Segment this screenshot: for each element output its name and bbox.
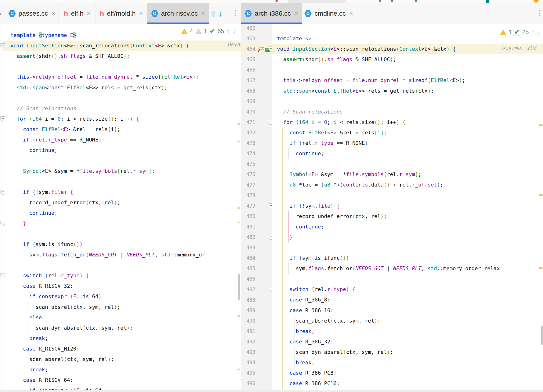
tab-elf-mold-h[interactable]: helf/mold.h× [96,3,147,24]
code-line-473[interactable]: if (rel.r_type == R_NONE) [277,138,543,148]
tab-passes-cc[interactable]: Cpasses.cc× [5,3,59,24]
code-line-478[interactable]: if (!sym.file) { [11,187,238,197]
code-line-496[interactable]: case R_386_PC16: [277,378,543,389]
tab-close-icon[interactable]: × [349,10,353,17]
code-line-479[interactable]: record_undef_error(ctx, rel); [11,197,238,208]
stripe-change-mark[interactable] [238,141,240,142]
code-line-492[interactable]: break; [11,333,238,344]
right-tab-options-icon[interactable]: ⋮ [536,9,543,17]
code-line-487[interactable]: case R_RISCV_32: [11,281,238,291]
code-line-465[interactable]: assert(shdr().sh_flags & SHF_ALLOC); [277,54,543,65]
stripe-change-mark[interactable] [238,123,240,125]
prev-problem-arrow-icon[interactable]: ↑ [226,27,230,35]
code-line-491[interactable]: scan_dyn_absrel(ctx, sym, rel); [11,323,238,333]
code-line-471[interactable]: for (i64 i = 0; i < rels.size(); i++) { [11,114,238,124]
editor-right-arch-i386[interactable]: template <>void InputSection<E>::scan_re… [272,24,543,392]
code-line-477[interactable]: u8 *loc = (u8 *)(contents.data() + rel.r… [277,180,543,190]
code-line-478[interactable] [277,190,543,201]
code-line-474[interactable]: continue; [11,145,238,155]
tab-elf-h[interactable]: helf.h× [59,3,96,24]
code-line-493[interactable]: case R_RISCV_HI20: [11,344,238,354]
code-line-481[interactable]: continue; [277,222,543,232]
tab-close-icon[interactable]: × [51,10,55,17]
code-line-494[interactable]: scan_absrel(ctx, sym, rel); [11,354,238,364]
code-line-487[interactable]: switch (rel.r_type) { [277,284,543,295]
code-line-484[interactable]: if (sym.is_ifunc()) [277,253,543,263]
code-line-486[interactable]: switch (rel.r_type) { [11,270,238,281]
next-problem-arrow-icon[interactable]: ↓ [232,27,236,35]
code-line-476[interactable]: Symbol<E> &sym = *file.symbols[rel.r_sym… [277,169,543,180]
code-line-488[interactable]: case R_386_8: [277,295,543,305]
left-tab-options-icon[interactable]: ⋮ [232,9,239,17]
tab-close-icon[interactable]: × [139,10,143,17]
code-line-473[interactable]: if (rel.r_type == R_NONE) [11,135,238,145]
related-problems-icon[interactable] [258,46,264,52]
code-line-472[interactable]: const ElfRel<E> &rel = rels[i]; [11,124,238,135]
code-line-475[interactable] [11,155,238,166]
code-line-492[interactable]: case R_386_32: [277,336,543,347]
stripe-warning-mark[interactable] [539,194,543,196]
code-line-472[interactable]: const ElfRel<E> &rel = rels[i]; [277,127,543,138]
code-line-491[interactable]: break; [277,326,543,336]
code-line-485[interactable]: sym.flags.fetch_or(NEEDS_GOT | NEEDS_PLT… [277,263,543,274]
code-line-482[interactable] [11,229,238,239]
stripe-change-mark[interactable] [238,222,240,223]
code-line-495[interactable]: break; [11,364,238,375]
code-line-471[interactable]: for (i64 i = 0; i < rels.size(); i++) { [277,117,543,127]
editor-left-arch-riscv[interactable]: template <typename E>void InputSection<E… [0,24,241,392]
code-line-466[interactable] [11,61,238,72]
code-line-476[interactable]: Symbol<E> &sym = *file.symbols[rel.r_sym… [11,166,238,176]
stripe-warning-mark[interactable] [539,267,543,269]
code-line-493[interactable]: scan_dyn_absrel(ctx, sym, rel); [277,347,543,358]
code-line-483[interactable] [277,242,543,253]
inspections-widget[interactable]: ! 1 ✔ 25 ↑ ↓ [500,27,541,37]
code-line-477[interactable] [11,176,238,187]
code-line-467[interactable]: this->reldyn_offset = file.num_dynrel * … [277,75,543,85]
code-line-466[interactable] [277,65,543,75]
code-line-490[interactable]: scan_absrel(ctx, sym, rel); [277,316,543,326]
code-line-488[interactable]: if constexpr (E::is_64) [11,291,238,302]
tab-close-icon[interactable]: × [201,10,205,17]
stripe-warning-mark[interactable] [539,125,543,126]
code-line-486[interactable] [277,274,543,284]
tab-close-icon[interactable]: × [87,10,91,17]
left-scrollbar-thumb[interactable] [238,274,240,300]
code-line-468[interactable]: std::span<const ElfRel<E>> rels = get_re… [11,82,238,93]
code-area[interactable]: template <typename E>void InputSection<E… [0,24,238,392]
code-line-470[interactable]: // Scan relocations [11,103,238,114]
code-line-480[interactable]: record_undef_error(ctx, rel); [277,211,543,222]
code-line-467[interactable]: this->reldyn_offset = file.num_dynrel * … [11,72,238,82]
code-line-489[interactable]: case R_386_16: [277,305,543,316]
tab-arch-riscv-cc[interactable]: Carch-riscv.cc× [147,3,209,24]
stripe-change-mark[interactable] [238,315,240,317]
right-scrollbar-thumb[interactable] [541,326,543,345]
code-line-475[interactable] [277,159,543,169]
code-line-489[interactable]: scan_absrel(ctx, sym, rel); [11,302,238,312]
code-line-479[interactable]: if (!sym.file) { [277,201,543,211]
stripe-change-mark[interactable] [238,369,240,370]
code-line-464[interactable]: void InputSection<E>::scan_relocations(C… [11,40,238,51]
code-line-470[interactable]: // Scan relocations [277,107,543,117]
code-line-495[interactable]: case R_386_PC8: [277,368,543,378]
code-line-474[interactable]: continue; [277,148,543,159]
next-problem-arrow-icon[interactable]: ↓ [537,28,541,36]
code-line-483[interactable]: if (sym.is_ifunc()) [11,239,238,250]
tab-close-icon[interactable]: × [294,10,298,17]
code-line-494[interactable]: break; [277,358,543,368]
code-line-481[interactable]: } [11,218,238,229]
tab-cmdline-cc[interactable]: Ccmdline.cc× [302,3,356,24]
stripe-change-mark[interactable] [238,207,240,209]
code-line-485[interactable] [11,260,238,270]
code-line-469[interactable] [11,93,238,103]
code-line-468[interactable]: std::span<const ElfRel<E>> rels = get_re… [277,86,543,96]
code-area[interactable]: template <>void InputSection<E>::scan_re… [272,24,543,392]
hidden-tabs-arrow-icon[interactable]: ↓ [218,9,222,18]
code-line-484[interactable]: sym.flags.fetch_or(NEEDS_GOT | NEEDS_PLT… [11,250,238,260]
code-line-465[interactable]: assert(shdr().sh_flags & SHF_ALLOC); [11,51,238,61]
code-line-482[interactable]: } [277,232,543,242]
code-line-480[interactable]: continue; [11,208,238,218]
inspections-widget[interactable]: ! 4 ! 1 ✔ 65 ↑ ↓ [181,26,236,36]
tab-arch-i386-cc[interactable]: Carch-i386.cc× [241,3,302,24]
code-line-469[interactable] [277,96,543,107]
prev-problem-arrow-icon[interactable]: ↑ [531,28,535,36]
